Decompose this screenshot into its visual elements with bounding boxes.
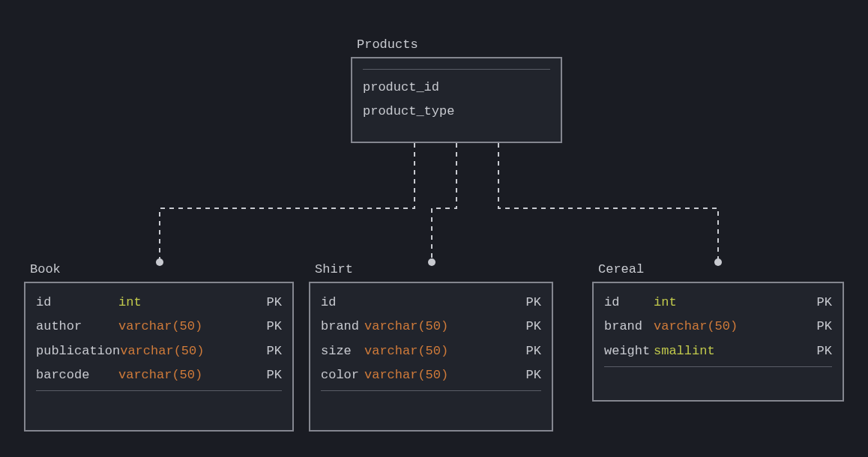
attribute-key: PK — [508, 363, 541, 387]
entity-divider — [321, 390, 541, 391]
connector-endpoint — [428, 258, 435, 266]
attribute-type: varchar(50) — [118, 363, 202, 387]
attribute-name: product_type — [363, 100, 454, 124]
attribute-row: publicationvarchar(50)PK — [36, 339, 282, 363]
attribute-name: weight — [604, 339, 654, 363]
connector-endpoint — [714, 258, 722, 266]
attribute-key: PK — [249, 363, 282, 387]
attribute-name: product_id — [363, 76, 439, 100]
entity-title-shirt: Shirt — [315, 262, 353, 276]
attribute-name: color — [321, 363, 364, 387]
attribute-key: PK — [799, 315, 832, 339]
attribute-type: varchar(50) — [364, 315, 448, 339]
attribute-row: product_id — [363, 76, 550, 100]
entity-title-book: Book — [30, 262, 61, 276]
attribute-row: colorvarchar(50)PK — [321, 363, 541, 387]
attribute-row: brandvarchar(50)PK — [321, 315, 541, 339]
attribute-row: barcodevarchar(50)PK — [36, 363, 282, 387]
attribute-type: int — [654, 291, 677, 315]
attribute-row: sizevarchar(50)PK — [321, 339, 541, 363]
entity-cereal: idintPKbrandvarchar(50)PKweightsmallintP… — [592, 282, 844, 402]
entity-book: idintPKauthorvarchar(50)PKpublicationvar… — [24, 282, 294, 432]
attribute-name: size — [321, 339, 364, 363]
connector-line — [160, 143, 415, 262]
attribute-name: author — [36, 315, 118, 339]
entity-divider — [604, 366, 832, 367]
attribute-type: varchar(50) — [654, 315, 738, 339]
entity-divider — [363, 69, 550, 70]
entity-title-products: Products — [357, 37, 418, 52]
attribute-type: varchar(50) — [118, 315, 202, 339]
attribute-type: varchar(50) — [364, 339, 448, 363]
attribute-type: smallint — [654, 339, 715, 363]
attribute-key: PK — [508, 339, 541, 363]
attribute-type: varchar(50) — [364, 363, 448, 387]
attribute-key: PK — [799, 339, 832, 363]
attribute-key: PK — [249, 315, 282, 339]
attribute-name: id — [321, 291, 364, 315]
attribute-name: id — [604, 291, 654, 315]
attribute-type: varchar(50) — [120, 339, 204, 363]
attribute-key: PK — [249, 339, 282, 363]
attribute-name: brand — [604, 315, 654, 339]
connector-line — [498, 143, 718, 262]
attribute-name: publication — [36, 339, 120, 363]
connector-endpoint — [156, 258, 163, 266]
entity-shirt: idPKbrandvarchar(50)PKsizevarchar(50)PKc… — [309, 282, 553, 432]
attribute-key: PK — [249, 291, 282, 315]
attribute-row: idPK — [321, 291, 541, 315]
attribute-row: authorvarchar(50)PK — [36, 315, 282, 339]
entity-products: product_idproduct_type — [351, 57, 562, 143]
attribute-key: PK — [508, 291, 541, 315]
entity-title-cereal: Cereal — [598, 262, 644, 276]
attribute-name: brand — [321, 315, 364, 339]
diagram-canvas: Products product_idproduct_type Bookidin… — [0, 0, 868, 457]
attribute-row: idintPK — [36, 291, 282, 315]
connector-line — [432, 143, 456, 262]
attribute-row: idintPK — [604, 291, 832, 315]
attribute-row: brandvarchar(50)PK — [604, 315, 832, 339]
attribute-key: PK — [799, 291, 832, 315]
attribute-key: PK — [508, 315, 541, 339]
entity-divider — [36, 390, 282, 391]
attribute-name: barcode — [36, 363, 118, 387]
attribute-row: product_type — [363, 100, 550, 124]
attribute-name: id — [36, 291, 118, 315]
attribute-row: weightsmallintPK — [604, 339, 832, 363]
attribute-type: int — [118, 291, 142, 315]
